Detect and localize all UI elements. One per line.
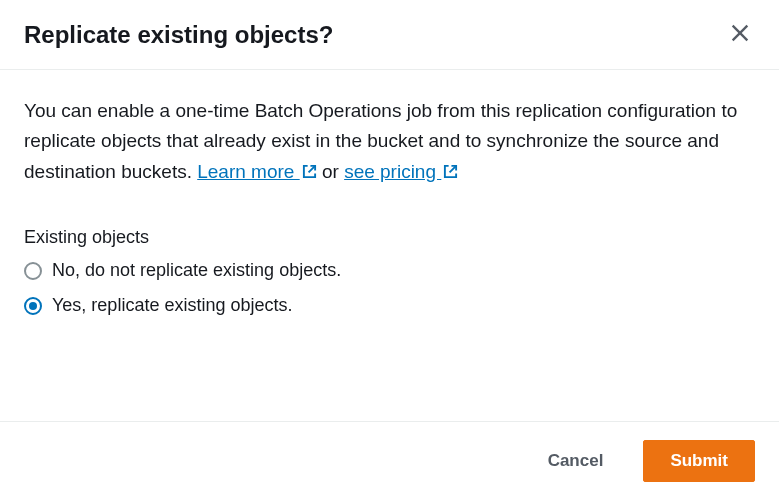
close-icon [729, 22, 751, 47]
dialog-header: Replicate existing objects? [0, 0, 779, 70]
radio-label: No, do not replicate existing objects. [52, 260, 341, 281]
replicate-dialog: Replicate existing objects? You can enab… [0, 0, 779, 500]
radio-icon [24, 297, 42, 315]
description-text-2: or [317, 161, 344, 182]
external-link-icon [443, 164, 458, 179]
dialog-title: Replicate existing objects? [24, 21, 333, 49]
dialog-body: You can enable a one-time Batch Operatio… [0, 70, 779, 421]
radio-icon [24, 262, 42, 280]
cancel-button[interactable]: Cancel [522, 441, 630, 481]
existing-objects-label: Existing objects [24, 227, 755, 248]
see-pricing-link[interactable]: see pricing [344, 161, 458, 182]
submit-button[interactable]: Submit [643, 440, 755, 482]
close-button[interactable] [725, 18, 755, 51]
dialog-footer: Cancel Submit [0, 421, 779, 500]
radio-option-yes[interactable]: Yes, replicate existing objects. [24, 295, 755, 316]
radio-group: No, do not replicate existing objects. Y… [24, 260, 755, 316]
radio-label: Yes, replicate existing objects. [52, 295, 292, 316]
learn-more-link[interactable]: Learn more [197, 161, 316, 182]
dialog-description: You can enable a one-time Batch Operatio… [24, 96, 755, 187]
radio-option-no[interactable]: No, do not replicate existing objects. [24, 260, 755, 281]
external-link-icon [302, 164, 317, 179]
